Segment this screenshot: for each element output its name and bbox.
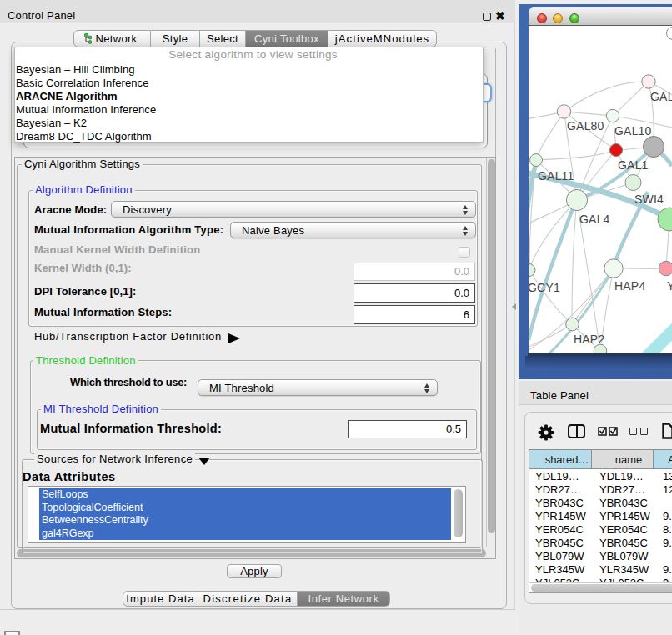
svg-text:HAP2: HAP2 bbox=[574, 332, 604, 346]
svg-text:GAL7: GAL7 bbox=[650, 90, 672, 103]
svg-text:GAL80: GAL80 bbox=[567, 119, 604, 132]
svg-text:GCY1: GCY1 bbox=[529, 281, 560, 294]
svg-text:GAL1: GAL1 bbox=[618, 158, 649, 172]
svg-text:GAL10: GAL10 bbox=[614, 124, 652, 138]
svg-text:YB: YB bbox=[667, 279, 672, 292]
svg-text:HAP4: HAP4 bbox=[614, 279, 645, 292]
svg-text:GAL4: GAL4 bbox=[579, 212, 610, 226]
svg-text:SWI4: SWI4 bbox=[634, 192, 664, 206]
svg-text:GAL11: GAL11 bbox=[538, 169, 574, 182]
